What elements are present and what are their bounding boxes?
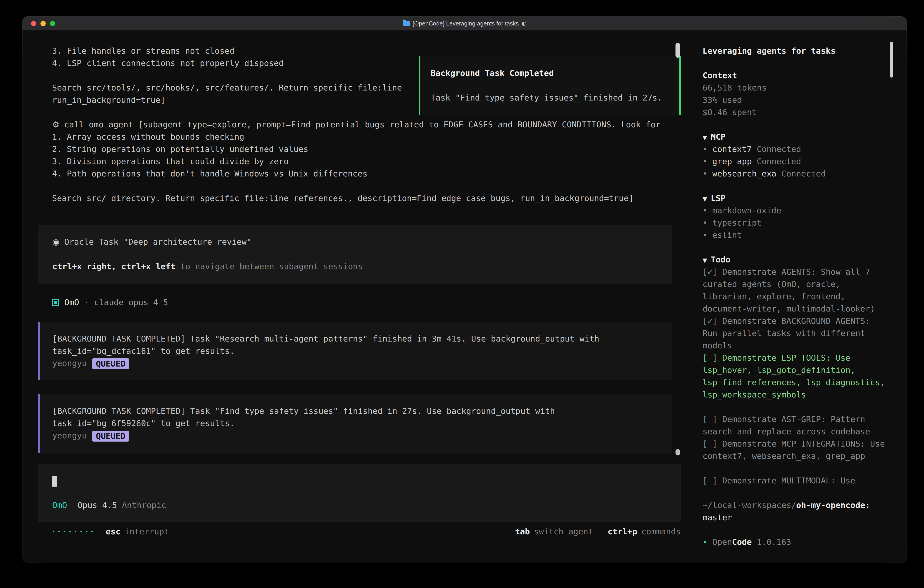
mcp-status: Connected bbox=[757, 157, 801, 166]
todo-item-active: [ ] Demonstrate LSP TOOLS: Use lsp_hover… bbox=[703, 352, 889, 401]
workspace-repo: oh-my-opencode: bbox=[796, 500, 870, 510]
opencode-window: [OpenCode] Leveraging agents for tasks ◐… bbox=[23, 17, 906, 562]
app-version: 1.0.163 bbox=[752, 537, 791, 547]
todo-item-done: [✓] Demonstrate AGENTS: Show all 7 curat… bbox=[703, 266, 889, 315]
workspace-path: ~/local-workspaces/oh-my-opencode: bbox=[703, 499, 889, 511]
window-title: [OpenCode] Leveraging agents for tasks ◐ bbox=[23, 20, 906, 27]
message-line: [BACKGROUND TASK COMPLETED] Task "Resear… bbox=[52, 333, 672, 345]
progress-indicator-icon: ◐ bbox=[521, 20, 526, 26]
input-provider: Anthropic bbox=[122, 500, 166, 510]
subagent-nav-hint: ctrl+x right, ctrl+x left to navigate be… bbox=[52, 260, 672, 273]
mcp-item: •websearch_exaConnected bbox=[703, 168, 889, 180]
log-line: 3. Division operations that could divide… bbox=[52, 155, 681, 168]
app-name-bold: Code bbox=[732, 537, 752, 547]
mcp-heading-label: MCP bbox=[711, 132, 726, 141]
workspace-branch: master bbox=[703, 511, 889, 524]
terminal-main-pane[interactable]: Background Task Completed Task "Find typ… bbox=[23, 31, 703, 562]
workspace-path-prefix: ~/local-workspaces/ bbox=[703, 500, 796, 510]
esc-key-hint: esc bbox=[106, 525, 120, 538]
input-model-row: OmOOpus 4.5Anthropic bbox=[52, 499, 681, 511]
mcp-name: context7 bbox=[712, 144, 752, 154]
record-icon: ◉ bbox=[52, 237, 59, 246]
lsp-item: •eslint bbox=[703, 229, 889, 241]
bullet-icon: • bbox=[703, 217, 712, 229]
lsp-item: •typescript bbox=[703, 217, 889, 229]
text-cursor bbox=[52, 476, 57, 487]
bullet-icon: • bbox=[703, 143, 712, 155]
app-name-dim: Open bbox=[712, 537, 732, 547]
mcp-item: •grep_appConnected bbox=[703, 155, 889, 168]
session-title: Leveraging agents for tasks bbox=[703, 45, 889, 57]
chevron-down-icon: ▼ bbox=[703, 195, 707, 202]
message-line: [BACKGROUND TASK COMPLETED] Task "Find t… bbox=[52, 405, 672, 417]
tab-key-hint: tab bbox=[515, 525, 530, 538]
context-used: 33% used bbox=[703, 94, 889, 106]
sidebar[interactable]: Leveraging agents for tasks Context 66,5… bbox=[703, 31, 906, 562]
context-tokens: 66,518 tokens bbox=[703, 82, 889, 94]
message-line: task_id="bg_dcfac161" to get results. bbox=[52, 345, 672, 357]
message-author: yeongyu bbox=[52, 358, 87, 368]
status-bar: •••••••• esc interrupt tab switch agent … bbox=[52, 525, 681, 538]
tool-call-text: call_omo_agent [subagent_type=explore, p… bbox=[64, 120, 660, 129]
ctrlp-key-label: commands bbox=[641, 525, 681, 538]
status-badge: QUEUED bbox=[92, 358, 129, 369]
message-author: yeongyu bbox=[52, 431, 87, 440]
log-line: 2. String operations on potentially unde… bbox=[52, 143, 681, 155]
message-line: task_id="bg_6f59260c" to get results. bbox=[52, 417, 672, 429]
bullet-icon: • bbox=[703, 155, 712, 168]
message-meta-row: yeongyuQUEUED bbox=[52, 429, 672, 442]
toast-title: Background Task Completed bbox=[431, 67, 679, 79]
context-spent: $0.46 spent bbox=[703, 106, 889, 119]
chevron-down-icon: ▼ bbox=[703, 257, 707, 264]
tool-call-line: ⚙call_omo_agent [subagent_type=explore, … bbox=[52, 119, 681, 131]
input-model-name: Opus 4.5 bbox=[78, 500, 117, 510]
lsp-item: •markdown-oxide bbox=[703, 205, 889, 217]
hint-text: to navigate between subagent sessions bbox=[175, 262, 363, 271]
log-line: Search src/ directory. Return specific f… bbox=[52, 192, 681, 205]
hint-keys: ctrl+x right, ctrl+x left bbox=[52, 262, 175, 271]
todo-item-pending: [ ] Demonstrate MULTIMODAL: Use bbox=[703, 474, 889, 487]
log-line: 4. Path operations that don't handle Win… bbox=[52, 168, 681, 180]
lsp-section-header[interactable]: ▼LSP bbox=[703, 192, 889, 205]
todo-item-pending: [ ] Demonstrate AST-GREP: Pattern search… bbox=[703, 413, 889, 438]
main-scrollbar-thumb[interactable] bbox=[675, 43, 680, 58]
mcp-name: websearch_exa bbox=[712, 169, 776, 178]
context-heading: Context bbox=[703, 69, 889, 82]
separator-dot: · bbox=[84, 296, 89, 309]
input-agent-name: OmO bbox=[52, 500, 67, 510]
lsp-heading-label: LSP bbox=[711, 193, 726, 203]
oracle-task-title: Oracle Task "Deep architecture review" bbox=[64, 237, 251, 246]
folder-icon bbox=[403, 21, 410, 26]
status-dot-icon: • bbox=[703, 536, 712, 548]
gear-icon: ⚙ bbox=[52, 120, 59, 129]
log-line: 1. Array access without bounds checking bbox=[52, 131, 681, 143]
sidebar-scrollbar-thumb[interactable] bbox=[890, 41, 893, 78]
bullet-icon: • bbox=[703, 229, 712, 241]
mcp-section-header[interactable]: ▼MCP bbox=[703, 131, 889, 143]
mcp-item: •context7Connected bbox=[703, 143, 889, 155]
version-row: •OpenCode 1.0.163 bbox=[703, 536, 889, 548]
input-line[interactable] bbox=[52, 474, 681, 487]
lsp-name: markdown-oxide bbox=[712, 206, 781, 215]
todo-item-pending: [ ] Demonstrate MCP INTEGRATIONS: Use co… bbox=[703, 438, 889, 462]
chevron-down-icon: ▼ bbox=[703, 134, 707, 141]
agent-session-header: OmO · claude-opus-4-5 bbox=[52, 296, 681, 309]
todo-heading-label: Todo bbox=[711, 255, 731, 264]
ctrlp-key-hint: ctrl+p bbox=[608, 525, 637, 538]
window-titlebar[interactable]: [OpenCode] Leveraging agents for tasks ◐ bbox=[23, 17, 906, 31]
window-title-text: [OpenCode] Leveraging agents for tasks bbox=[412, 20, 519, 27]
bullet-icon: • bbox=[703, 168, 712, 180]
log-line: 3. File handles or streams not closed bbox=[52, 45, 681, 57]
main-scrollbar-thumb-lower[interactable] bbox=[675, 449, 680, 456]
message-block: [BACKGROUND TASK COMPLETED] Task "Find t… bbox=[38, 394, 672, 453]
todo-section-header[interactable]: ▼Todo bbox=[703, 254, 889, 266]
tab-key-label: switch agent bbox=[534, 525, 593, 538]
message-meta-row: yeongyuQUEUED bbox=[52, 357, 672, 370]
oracle-task-title-row: ◉Oracle Task "Deep architecture review" bbox=[52, 236, 672, 248]
prompt-input[interactable]: OmOOpus 4.5Anthropic bbox=[38, 464, 681, 522]
agent-model: claude-opus-4-5 bbox=[94, 296, 168, 309]
lsp-name: eslint bbox=[712, 230, 742, 239]
lsp-name: typescript bbox=[712, 218, 762, 227]
toast-body: Task "Find type safety issues" finished … bbox=[431, 92, 679, 104]
status-badge: QUEUED bbox=[92, 431, 129, 441]
